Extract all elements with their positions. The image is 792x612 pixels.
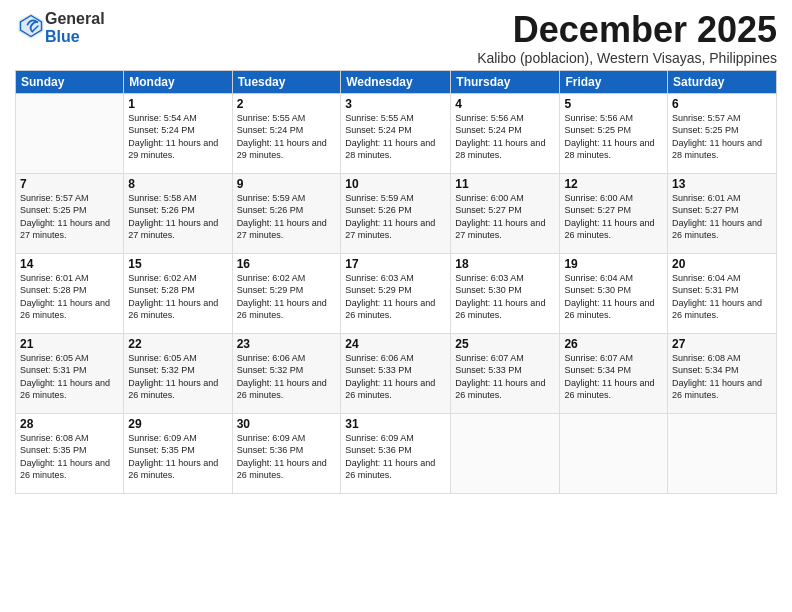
day-info: Sunrise: 6:04 AM Sunset: 5:31 PM Dayligh… bbox=[672, 272, 772, 322]
day-number: 25 bbox=[455, 337, 555, 351]
day-info: Sunrise: 5:58 AM Sunset: 5:26 PM Dayligh… bbox=[128, 192, 227, 242]
calendar-cell: 23Sunrise: 6:06 AM Sunset: 5:32 PM Dayli… bbox=[232, 333, 341, 413]
calendar-cell: 20Sunrise: 6:04 AM Sunset: 5:31 PM Dayli… bbox=[668, 253, 777, 333]
calendar-cell: 2Sunrise: 5:55 AM Sunset: 5:24 PM Daylig… bbox=[232, 93, 341, 173]
day-number: 6 bbox=[672, 97, 772, 111]
calendar-cell: 19Sunrise: 6:04 AM Sunset: 5:30 PM Dayli… bbox=[560, 253, 668, 333]
calendar-cell: 24Sunrise: 6:06 AM Sunset: 5:33 PM Dayli… bbox=[341, 333, 451, 413]
day-info: Sunrise: 5:59 AM Sunset: 5:26 PM Dayligh… bbox=[237, 192, 337, 242]
day-number: 13 bbox=[672, 177, 772, 191]
day-number: 16 bbox=[237, 257, 337, 271]
month-title: December 2025 bbox=[477, 10, 777, 50]
day-info: Sunrise: 6:02 AM Sunset: 5:29 PM Dayligh… bbox=[237, 272, 337, 322]
day-number: 27 bbox=[672, 337, 772, 351]
day-info: Sunrise: 6:09 AM Sunset: 5:35 PM Dayligh… bbox=[128, 432, 227, 482]
header-tuesday: Tuesday bbox=[232, 70, 341, 93]
day-info: Sunrise: 6:06 AM Sunset: 5:32 PM Dayligh… bbox=[237, 352, 337, 402]
calendar-cell: 10Sunrise: 5:59 AM Sunset: 5:26 PM Dayli… bbox=[341, 173, 451, 253]
day-info: Sunrise: 6:05 AM Sunset: 5:31 PM Dayligh… bbox=[20, 352, 119, 402]
calendar-cell: 31Sunrise: 6:09 AM Sunset: 5:36 PM Dayli… bbox=[341, 413, 451, 493]
logo-icon bbox=[17, 12, 45, 40]
day-info: Sunrise: 6:03 AM Sunset: 5:30 PM Dayligh… bbox=[455, 272, 555, 322]
day-number: 22 bbox=[128, 337, 227, 351]
calendar-cell: 8Sunrise: 5:58 AM Sunset: 5:26 PM Daylig… bbox=[124, 173, 232, 253]
page: General Blue December 2025 Kalibo (pobla… bbox=[0, 0, 792, 612]
calendar-cell: 21Sunrise: 6:05 AM Sunset: 5:31 PM Dayli… bbox=[16, 333, 124, 413]
title-area: December 2025 Kalibo (poblacion), Wester… bbox=[477, 10, 777, 66]
day-number: 30 bbox=[237, 417, 337, 431]
day-info: Sunrise: 5:56 AM Sunset: 5:25 PM Dayligh… bbox=[564, 112, 663, 162]
header-monday: Monday bbox=[124, 70, 232, 93]
calendar-cell bbox=[668, 413, 777, 493]
day-info: Sunrise: 6:01 AM Sunset: 5:28 PM Dayligh… bbox=[20, 272, 119, 322]
calendar-cell: 25Sunrise: 6:07 AM Sunset: 5:33 PM Dayli… bbox=[451, 333, 560, 413]
day-number: 5 bbox=[564, 97, 663, 111]
day-number: 14 bbox=[20, 257, 119, 271]
calendar-cell: 15Sunrise: 6:02 AM Sunset: 5:28 PM Dayli… bbox=[124, 253, 232, 333]
logo-blue: Blue bbox=[45, 28, 105, 46]
day-info: Sunrise: 5:55 AM Sunset: 5:24 PM Dayligh… bbox=[237, 112, 337, 162]
calendar-cell: 27Sunrise: 6:08 AM Sunset: 5:34 PM Dayli… bbox=[668, 333, 777, 413]
day-number: 26 bbox=[564, 337, 663, 351]
day-number: 1 bbox=[128, 97, 227, 111]
calendar-week-row: 21Sunrise: 6:05 AM Sunset: 5:31 PM Dayli… bbox=[16, 333, 777, 413]
calendar-cell: 26Sunrise: 6:07 AM Sunset: 5:34 PM Dayli… bbox=[560, 333, 668, 413]
day-number: 3 bbox=[345, 97, 446, 111]
day-info: Sunrise: 5:57 AM Sunset: 5:25 PM Dayligh… bbox=[20, 192, 119, 242]
day-number: 7 bbox=[20, 177, 119, 191]
logo-general: General bbox=[45, 10, 105, 28]
calendar-cell: 9Sunrise: 5:59 AM Sunset: 5:26 PM Daylig… bbox=[232, 173, 341, 253]
calendar-body: 1Sunrise: 5:54 AM Sunset: 5:24 PM Daylig… bbox=[16, 93, 777, 493]
day-number: 17 bbox=[345, 257, 446, 271]
day-info: Sunrise: 5:56 AM Sunset: 5:24 PM Dayligh… bbox=[455, 112, 555, 162]
calendar-cell: 6Sunrise: 5:57 AM Sunset: 5:25 PM Daylig… bbox=[668, 93, 777, 173]
calendar-week-row: 28Sunrise: 6:08 AM Sunset: 5:35 PM Dayli… bbox=[16, 413, 777, 493]
calendar-table: Sunday Monday Tuesday Wednesday Thursday… bbox=[15, 70, 777, 494]
header-sunday: Sunday bbox=[16, 70, 124, 93]
calendar-week-row: 14Sunrise: 6:01 AM Sunset: 5:28 PM Dayli… bbox=[16, 253, 777, 333]
day-info: Sunrise: 6:07 AM Sunset: 5:33 PM Dayligh… bbox=[455, 352, 555, 402]
calendar-cell bbox=[16, 93, 124, 173]
day-number: 4 bbox=[455, 97, 555, 111]
day-number: 20 bbox=[672, 257, 772, 271]
calendar-cell: 29Sunrise: 6:09 AM Sunset: 5:35 PM Dayli… bbox=[124, 413, 232, 493]
day-info: Sunrise: 6:04 AM Sunset: 5:30 PM Dayligh… bbox=[564, 272, 663, 322]
day-number: 24 bbox=[345, 337, 446, 351]
calendar-cell: 7Sunrise: 5:57 AM Sunset: 5:25 PM Daylig… bbox=[16, 173, 124, 253]
day-number: 12 bbox=[564, 177, 663, 191]
day-number: 19 bbox=[564, 257, 663, 271]
day-info: Sunrise: 6:07 AM Sunset: 5:34 PM Dayligh… bbox=[564, 352, 663, 402]
calendar-cell: 11Sunrise: 6:00 AM Sunset: 5:27 PM Dayli… bbox=[451, 173, 560, 253]
calendar-week-row: 1Sunrise: 5:54 AM Sunset: 5:24 PM Daylig… bbox=[16, 93, 777, 173]
header-thursday: Thursday bbox=[451, 70, 560, 93]
calendar-cell bbox=[451, 413, 560, 493]
location-subtitle: Kalibo (poblacion), Western Visayas, Phi… bbox=[477, 50, 777, 66]
day-number: 18 bbox=[455, 257, 555, 271]
day-number: 31 bbox=[345, 417, 446, 431]
day-info: Sunrise: 6:03 AM Sunset: 5:29 PM Dayligh… bbox=[345, 272, 446, 322]
calendar-cell: 13Sunrise: 6:01 AM Sunset: 5:27 PM Dayli… bbox=[668, 173, 777, 253]
day-info: Sunrise: 6:01 AM Sunset: 5:27 PM Dayligh… bbox=[672, 192, 772, 242]
day-info: Sunrise: 6:05 AM Sunset: 5:32 PM Dayligh… bbox=[128, 352, 227, 402]
day-info: Sunrise: 6:00 AM Sunset: 5:27 PM Dayligh… bbox=[564, 192, 663, 242]
day-number: 9 bbox=[237, 177, 337, 191]
calendar-cell: 18Sunrise: 6:03 AM Sunset: 5:30 PM Dayli… bbox=[451, 253, 560, 333]
day-number: 8 bbox=[128, 177, 227, 191]
day-number: 15 bbox=[128, 257, 227, 271]
day-number: 2 bbox=[237, 97, 337, 111]
calendar-week-row: 7Sunrise: 5:57 AM Sunset: 5:25 PM Daylig… bbox=[16, 173, 777, 253]
day-number: 28 bbox=[20, 417, 119, 431]
calendar-cell: 28Sunrise: 6:08 AM Sunset: 5:35 PM Dayli… bbox=[16, 413, 124, 493]
day-number: 11 bbox=[455, 177, 555, 191]
day-info: Sunrise: 6:09 AM Sunset: 5:36 PM Dayligh… bbox=[237, 432, 337, 482]
day-info: Sunrise: 5:55 AM Sunset: 5:24 PM Dayligh… bbox=[345, 112, 446, 162]
day-number: 21 bbox=[20, 337, 119, 351]
day-info: Sunrise: 5:57 AM Sunset: 5:25 PM Dayligh… bbox=[672, 112, 772, 162]
calendar-cell: 12Sunrise: 6:00 AM Sunset: 5:27 PM Dayli… bbox=[560, 173, 668, 253]
day-number: 23 bbox=[237, 337, 337, 351]
calendar-cell: 22Sunrise: 6:05 AM Sunset: 5:32 PM Dayli… bbox=[124, 333, 232, 413]
calendar-cell: 30Sunrise: 6:09 AM Sunset: 5:36 PM Dayli… bbox=[232, 413, 341, 493]
day-info: Sunrise: 6:09 AM Sunset: 5:36 PM Dayligh… bbox=[345, 432, 446, 482]
day-info: Sunrise: 6:00 AM Sunset: 5:27 PM Dayligh… bbox=[455, 192, 555, 242]
day-info: Sunrise: 6:08 AM Sunset: 5:34 PM Dayligh… bbox=[672, 352, 772, 402]
